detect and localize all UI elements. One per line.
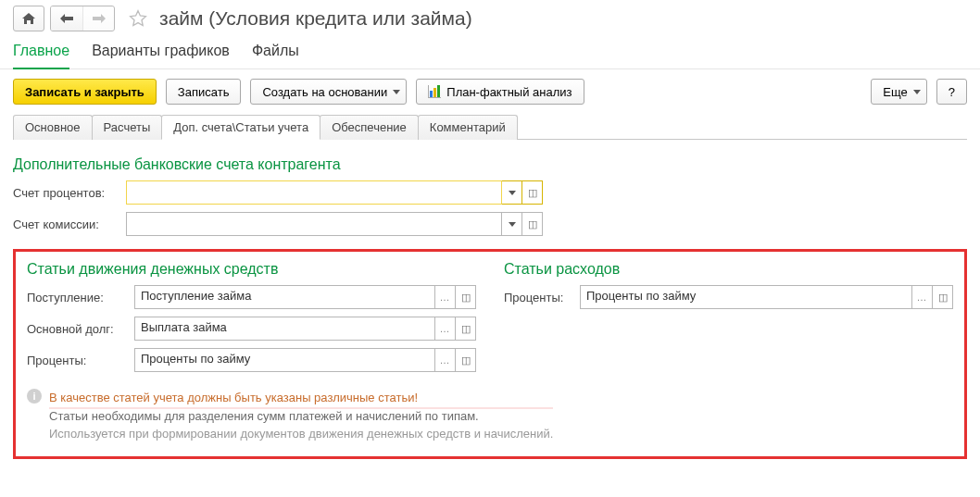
open-icon: ◫	[461, 292, 471, 304]
arrow-right-icon	[93, 14, 106, 23]
chart-icon	[428, 85, 441, 98]
save-and-close-button[interactable]: Записать и закрыть	[13, 79, 157, 105]
commission-account-open[interactable]: ◫	[522, 212, 543, 236]
exp-interest-open[interactable]: ◫	[933, 285, 953, 309]
nav-history-group	[50, 6, 115, 31]
commission-account-dropdown[interactable]	[502, 212, 522, 236]
tab-schedule-variants[interactable]: Варианты графиков	[92, 39, 230, 63]
receipt-label: Поступление:	[27, 291, 131, 304]
receipt-open[interactable]: ◫	[456, 285, 476, 309]
expense-items-title: Статьи расходов	[504, 261, 953, 278]
content-area: Дополнительные банковские счета контраге…	[0, 140, 980, 474]
back-button[interactable]	[51, 6, 82, 31]
ellipsis-icon: …	[440, 354, 451, 366]
subtab-accounts[interactable]: Доп. счета\Статьи учета	[161, 115, 320, 140]
exp-interest-select[interactable]: …	[912, 285, 933, 309]
open-icon: ◫	[938, 292, 948, 304]
open-icon: ◫	[528, 187, 537, 199]
interest-account-dropdown[interactable]	[502, 180, 522, 205]
home-icon	[21, 12, 36, 25]
interest-account-field[interactable]	[126, 180, 502, 205]
save-button[interactable]: Записать	[166, 79, 242, 105]
nav-tabs: Главное Варианты графиков Файлы	[0, 35, 980, 69]
ellipsis-icon: …	[440, 323, 451, 334]
create-based-on-button[interactable]: Создать на основании	[250, 79, 407, 105]
more-label: Еще	[883, 85, 907, 99]
principal-field[interactable]: Выплата займа	[134, 317, 435, 341]
chevron-down-icon	[913, 90, 921, 94]
open-icon: ◫	[461, 323, 471, 335]
arrow-left-icon	[60, 14, 73, 23]
principal-label: Основной долг:	[27, 322, 131, 336]
commission-account-field[interactable]	[126, 212, 502, 236]
cashflow-items-title: Статьи движения денежных средств	[27, 261, 476, 278]
interest-label: Проценты:	[27, 354, 131, 367]
hint-text-2: Используется при формировании документов…	[49, 425, 553, 443]
subtab-comment[interactable]: Комментарий	[418, 115, 518, 140]
interest-open[interactable]: ◫	[456, 348, 476, 372]
forward-button	[82, 6, 114, 31]
ellipsis-icon: …	[917, 292, 928, 303]
subtab-main[interactable]: Основное	[13, 115, 93, 140]
toolbar: Записать и закрыть Записать Создать на о…	[0, 69, 980, 114]
ellipsis-icon: …	[440, 292, 451, 303]
exp-interest-label: Проценты:	[504, 291, 576, 304]
commission-account-label: Счет комиссии:	[13, 217, 122, 231]
interest-select[interactable]: …	[435, 348, 456, 372]
hint-text-1: Статьи необходимы для разделения сумм пл…	[49, 407, 553, 426]
principal-select[interactable]: …	[435, 317, 456, 341]
subtabs: Основное Расчеты Доп. счета\Статьи учета…	[13, 114, 967, 140]
exp-interest-field[interactable]: Проценты по займу	[580, 285, 912, 309]
home-button[interactable]	[13, 6, 44, 31]
subtab-calc[interactable]: Расчеты	[92, 115, 163, 140]
interest-field[interactable]: Проценты по займу	[134, 348, 435, 372]
plan-fact-button[interactable]: План-фактный анализ	[416, 79, 584, 105]
chevron-down-icon	[509, 191, 516, 195]
help-button[interactable]: ?	[936, 79, 967, 105]
page-title: займ (Условия кредита или займа)	[159, 7, 472, 30]
interest-account-open[interactable]: ◫	[522, 180, 543, 205]
info-icon: i	[27, 389, 42, 404]
create-based-on-label: Создать на основании	[262, 85, 387, 99]
favorite-star-icon[interactable]	[128, 8, 148, 29]
highlighted-section: Статьи движения денежных средств Поступл…	[13, 249, 967, 459]
plan-fact-label: План-фактный анализ	[446, 85, 572, 99]
warning-text: В качестве статей учета должны быть указ…	[49, 389, 553, 407]
subtab-collateral[interactable]: Обеспечение	[320, 115, 419, 140]
section-bank-accounts-title: Дополнительные банковские счета контраге…	[13, 156, 967, 173]
more-button[interactable]: Еще	[871, 79, 926, 105]
chevron-down-icon	[509, 222, 516, 227]
principal-open[interactable]: ◫	[456, 317, 476, 341]
receipt-select[interactable]: …	[435, 285, 456, 309]
chevron-down-icon	[393, 90, 400, 94]
tab-main[interactable]: Главное	[13, 39, 69, 69]
open-icon: ◫	[461, 354, 471, 367]
tab-files[interactable]: Файлы	[252, 39, 299, 63]
receipt-field[interactable]: Поступление займа	[134, 285, 435, 309]
interest-account-label: Счет процентов:	[13, 186, 122, 200]
open-icon: ◫	[528, 218, 537, 230]
